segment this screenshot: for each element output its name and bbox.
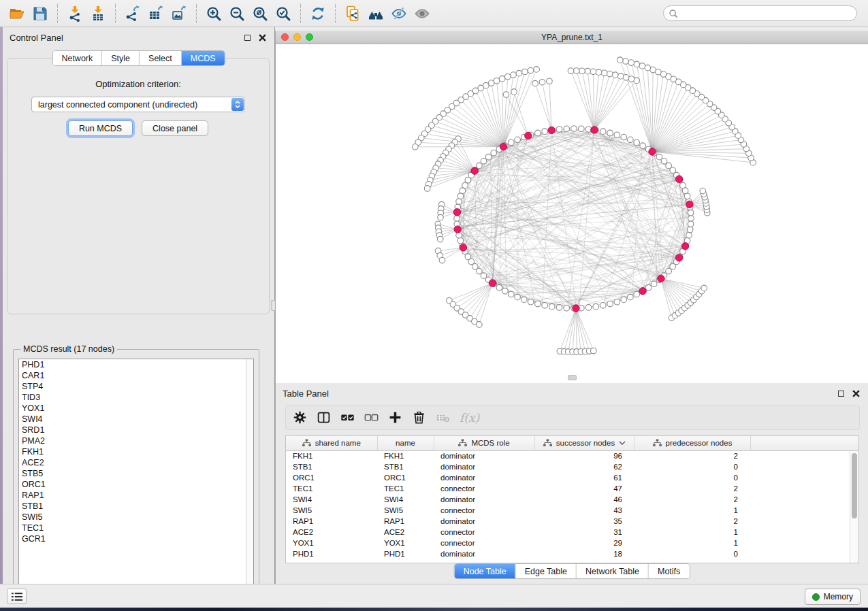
delete-table-icon-disabled (436, 410, 450, 425)
zoom-fit-icon[interactable] (250, 3, 270, 24)
select-stepper-icon (231, 98, 244, 111)
network-graph[interactable] (276, 44, 867, 382)
open-file-icon[interactable] (7, 3, 27, 24)
network-window-titlebar[interactable]: YPA_prune.txt_1 (276, 31, 868, 44)
table-row[interactable]: YOX1YOX1connector291 (286, 538, 858, 548)
import-table-icon[interactable] (88, 3, 108, 24)
tab-mcds[interactable]: MCDS (181, 51, 225, 65)
toolbar-separator (335, 4, 336, 23)
select-all-rows-icon[interactable] (340, 410, 355, 425)
mcds-tab-content: Optimization criterion: largest connecte… (7, 58, 270, 314)
add-column-icon[interactable] (388, 410, 402, 425)
table-scrollbar-thumb[interactable] (852, 453, 857, 518)
toolbar-separator (196, 4, 197, 23)
show-column-panel-icon[interactable] (317, 410, 331, 425)
refresh-icon[interactable] (308, 3, 328, 24)
table-panel: Table Panel f(x) shared name name MCDS r… (275, 383, 868, 584)
memory-status-icon (812, 593, 820, 601)
mcds-list-scrollbar[interactable] (246, 359, 253, 597)
tab-motifs[interactable]: Motifs (648, 564, 689, 578)
import-network-icon[interactable] (65, 3, 85, 24)
mcds-result-title: MCDS result (17 nodes) (20, 344, 117, 354)
tab-network[interactable]: Network (52, 51, 101, 65)
save-session-icon[interactable] (30, 3, 50, 24)
table-row[interactable]: FKH1FKH1dominator962 (286, 450, 858, 461)
mcds-result-item[interactable]: YOX1 (19, 403, 253, 414)
network-canvas[interactable] (276, 44, 867, 382)
column-header-successor-nodes[interactable]: successor nodes (534, 436, 634, 450)
mcds-result-item[interactable]: GCR1 (19, 533, 253, 544)
zoom-in-icon[interactable] (204, 3, 224, 24)
mcds-result-item[interactable]: SWI5 (19, 512, 253, 523)
task-history-button[interactable] (7, 589, 27, 604)
first-neighbors-icon[interactable] (366, 3, 386, 24)
export-table-icon[interactable] (146, 3, 166, 24)
column-header-name[interactable]: name (377, 436, 434, 450)
table-row[interactable]: STB1STB1dominator620 (286, 461, 858, 472)
table-row[interactable]: SWI5SWI5connector431 (286, 505, 858, 516)
mcds-result-list[interactable]: PHD1CAR1STP4TID3YOX1SWI4SRD1PMA2FKH1ACE2… (18, 359, 254, 597)
mcds-result-item[interactable]: TID3 (19, 392, 253, 403)
table-row[interactable]: ACE2ACE2connector311 (286, 527, 858, 538)
column-header-filler (750, 436, 858, 450)
network-view-window: YPA_prune.txt_1 (275, 31, 868, 383)
horizontal-splitter-handle[interactable] (568, 375, 577, 380)
table-row[interactable]: PHD1PHD1dominator180 (286, 548, 858, 559)
toolbar-separator (300, 4, 301, 23)
mcds-result-item[interactable]: CAR1 (19, 370, 253, 381)
export-network-icon[interactable] (123, 3, 143, 24)
mcds-result-item[interactable]: PMA2 (19, 435, 253, 446)
mcds-result-item[interactable]: TEC1 (19, 523, 253, 533)
table-row[interactable]: RAP1RAP1dominator352 (286, 516, 858, 527)
table-row[interactable]: TEC1TEC1connector472 (286, 483, 858, 494)
column-header-predecessor-nodes[interactable]: predecessor nodes (634, 436, 750, 450)
mcds-result-item[interactable]: FKH1 (19, 446, 253, 457)
export-image-icon[interactable] (169, 3, 189, 24)
mcds-result-item[interactable]: RAP1 (19, 490, 253, 501)
run-mcds-button[interactable]: Run MCDS (68, 120, 133, 136)
table-toolbar: f(x) (285, 405, 860, 430)
mcds-result-item[interactable]: ORC1 (19, 479, 253, 490)
search-input[interactable] (663, 5, 857, 21)
deselect-all-rows-icon[interactable] (364, 410, 379, 425)
criterion-select[interactable]: largest connected component (undirected) (31, 97, 245, 112)
close-panel-button[interactable]: Close panel (142, 120, 208, 136)
mcds-result-item[interactable]: PHD1 (19, 359, 253, 370)
mcds-result-item[interactable]: SWI4 (19, 414, 253, 425)
hide-selected-icon[interactable] (389, 3, 409, 24)
tab-style[interactable]: Style (101, 51, 139, 65)
mcds-result-item[interactable]: STP4 (19, 381, 253, 392)
show-all-icon[interactable] (412, 3, 432, 24)
mcds-result-item[interactable]: STB5 (19, 468, 253, 479)
close-table-panel-icon[interactable] (850, 388, 861, 399)
memory-button[interactable]: Memory (805, 589, 861, 605)
control-panel-tabs: Network Style Select MCDS (52, 50, 225, 66)
tab-network-table[interactable]: Network Table (576, 564, 648, 578)
zoom-selected-icon[interactable] (273, 3, 293, 24)
clone-network-icon[interactable] (342, 3, 363, 24)
table-settings-gear-icon[interactable] (293, 410, 307, 425)
mcds-result-item[interactable]: STB1 (19, 501, 253, 512)
float-table-panel-icon[interactable] (835, 388, 846, 399)
tab-select[interactable]: Select (139, 51, 181, 65)
function-builder-icon-disabled: f(x) (460, 411, 479, 425)
table-panel-title: Table Panel (283, 389, 329, 399)
column-header-mcds-role[interactable]: MCDS role (434, 436, 534, 450)
tab-node-table[interactable]: Node Table (455, 564, 515, 578)
column-header-shared-name[interactable]: shared name (286, 436, 377, 450)
table-row[interactable]: ORC1ORC1dominator610 (286, 472, 858, 483)
table-panel-tabs: Node Table Edge Table Network Table Moti… (454, 563, 690, 579)
delete-column-trash-icon[interactable] (412, 410, 426, 425)
table-row[interactable]: SWI4SWI4dominator462 (286, 494, 858, 505)
tab-edge-table[interactable]: Edge Table (515, 564, 576, 578)
table-scrollbar[interactable] (850, 451, 858, 563)
sitemap-icon (543, 439, 552, 447)
mcds-result-item[interactable]: SRD1 (19, 425, 253, 435)
search-icon (669, 9, 678, 18)
control-panel-title: Control Panel (10, 33, 63, 43)
zoom-out-icon[interactable] (227, 3, 247, 24)
float-panel-icon[interactable] (242, 32, 253, 43)
status-bar: Memory (0, 584, 868, 608)
close-panel-icon[interactable] (257, 32, 268, 43)
mcds-result-item[interactable]: ACE2 (19, 457, 253, 468)
